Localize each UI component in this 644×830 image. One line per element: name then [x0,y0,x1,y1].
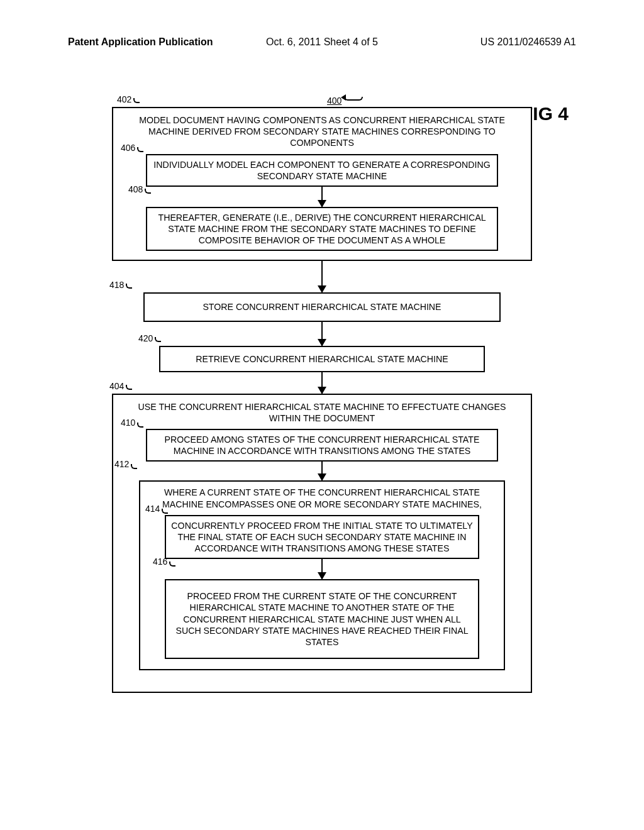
header-center: Oct. 6, 2011 Sheet 4 of 5 [266,36,378,48]
header-left: Patent Application Publication [68,36,213,48]
block-406: INDIVIDUALLY MODEL EACH COMPONENT TO GEN… [146,154,498,187]
arrow-420-404 [112,372,532,394]
ref-414: 414 [145,504,168,515]
figure-4: FIG 4 400 402 MODEL DOCUMENT HAVING COMP… [112,107,532,693]
block-402-wrapper: 402 MODEL DOCUMENT HAVING COMPONENTS AS … [112,107,532,261]
block-414: CONCURRENTLY PROCEED FROM THE INITIAL ST… [165,515,479,560]
ref-414-num: 414 [145,504,160,515]
block-404-inner: 410 PROCEED AMONG STATES OF THE CONCURRE… [122,429,522,670]
block-420-text: RETRIEVE CONCURRENT HIERARCHICAL STATE M… [196,354,448,364]
arrow-406-408 [122,187,522,207]
block-402-inner: 406 INDIVIDUALLY MODEL EACH COMPONENT TO… [122,154,522,252]
ref-tick-icon [133,98,140,103]
ref-402-num: 402 [117,94,131,104]
ref-400-leader [344,97,363,101]
block-420: RETRIEVE CONCURRENT HIERARCHICAL STATE M… [159,346,485,372]
block-410: PROCEED AMONG STATES OF THE CONCURRENT H… [146,429,498,462]
block-404: USE THE CONCURRENT HIERARCHICAL STATE MA… [112,394,532,693]
page-header: Patent Application Publication Oct. 6, 2… [68,36,576,48]
block-402-header: MODEL DOCUMENT HAVING COMPONENTS AS CONC… [122,114,522,149]
ref-406: 406 [121,143,143,154]
ref-410: 410 [121,418,143,429]
block-416-text: PROCEED FROM THE CURRENT STATE OF THE CO… [175,591,468,647]
block-412: WHERE A CURRENT STATE OF THE CONCURRENT … [139,480,505,670]
arrow-402-418 [112,261,532,292]
ref-tick-icon [137,147,143,152]
arrow-418-420 [112,322,532,346]
arrow-414-416 [152,559,492,579]
ref-410-num: 410 [121,418,135,429]
block-408: THEREAFTER, GENERATE (I.E., DERIVE) THE … [146,207,498,252]
ref-tick-icon [162,509,168,514]
header-right: US 2011/0246539 A1 [480,36,576,48]
block-418-wrapper: 418 STORE CONCURRENT HIERARCHICAL STATE … [112,261,532,321]
block-420-wrapper: 420 RETRIEVE CONCURRENT HIERARCHICAL STA… [112,322,532,372]
block-410-text: PROCEED AMONG STATES OF THE CONCURRENT H… [165,434,480,456]
block-414-text: CONCURRENTLY PROCEED FROM THE INITIAL ST… [171,521,472,553]
block-418-text: STORE CONCURRENT HIERARCHICAL STATE MACH… [203,302,441,312]
block-418: STORE CONCURRENT HIERARCHICAL STATE MACH… [143,292,501,321]
block-412-header: WHERE A CURRENT STATE OF THE CONCURRENT … [152,487,492,509]
ref-406-num: 406 [121,143,135,154]
block-404-header: USE THE CONCURRENT HIERARCHICAL STATE MA… [122,401,522,424]
arrow-410-412 [122,462,522,480]
block-406-text: INDIVIDUALLY MODEL EACH COMPONENT TO GEN… [153,160,491,181]
ref-402: 402 [117,94,140,104]
block-402: MODEL DOCUMENT HAVING COMPONENTS AS CONC… [112,107,532,261]
block-408-text: THEREAFTER, GENERATE (I.E., DERIVE) THE … [158,213,486,245]
block-404-wrapper: 404 USE THE CONCURRENT HIERARCHICAL STAT… [112,372,532,693]
ref-400-num: 400 [327,96,341,106]
ref-400: 400 [327,96,363,106]
block-412-inner: 414 CONCURRENTLY PROCEED FROM THE INITIA… [152,515,492,659]
ref-tick-icon [137,423,143,428]
block-416: PROCEED FROM THE CURRENT STATE OF THE CO… [165,579,479,659]
